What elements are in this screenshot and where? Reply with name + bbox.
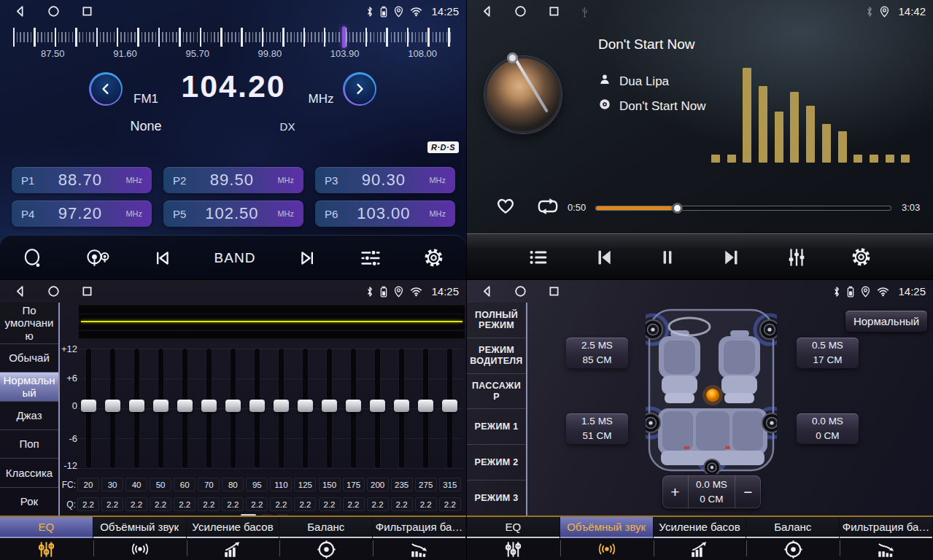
radio-preset-button-p2[interactable]: P289.50MHz: [163, 167, 303, 193]
tab-icon-area[interactable]: [746, 538, 840, 560]
radio-preset-button-p4[interactable]: P497.20MHz: [12, 201, 152, 227]
back-button[interactable]: [13, 4, 27, 18]
eq-slider-thumb[interactable]: [394, 400, 409, 412]
tab-label[interactable]: Баланс: [279, 517, 372, 538]
eq-slider-thumb[interactable]: [153, 400, 169, 412]
seek-bar-thumb[interactable]: [672, 203, 683, 214]
delay-decrease-button[interactable]: −: [735, 475, 761, 508]
tab-icon-area[interactable]: [560, 538, 654, 560]
tab-icon-area[interactable]: [93, 538, 187, 560]
tab-icon-area[interactable]: [279, 538, 373, 560]
tab-icon-area[interactable]: [187, 538, 280, 560]
tab-eq[interactable]: EQ: [467, 517, 560, 560]
tab-icon-area[interactable]: [840, 538, 933, 560]
seek-up-button[interactable]: [298, 248, 318, 268]
front-right-delay[interactable]: 0.5 MS 17 CM: [797, 338, 859, 368]
tab-label[interactable]: Объёмный звук: [560, 517, 653, 538]
eq-slider-thumb[interactable]: [274, 400, 289, 412]
eq-slider-thumb[interactable]: [201, 400, 217, 412]
eq-preset-7[interactable]: Рок: [0, 487, 58, 516]
eq-preset-4[interactable]: Джаз: [0, 401, 58, 429]
tab-label[interactable]: Фильтрация ба…: [840, 517, 932, 538]
tab-surround-sound[interactable]: Объёмный звук: [93, 517, 187, 560]
listening-mode-4[interactable]: РЕЖИМ 1: [467, 408, 526, 444]
recents-button[interactable]: [547, 4, 561, 18]
eq-preset-5[interactable]: Поп: [0, 429, 58, 458]
next-track-button[interactable]: [721, 246, 743, 268]
eq-preset-1[interactable]: По умолчанию: [0, 303, 58, 343]
eq-slider-thumb[interactable]: [105, 400, 120, 412]
auto-search-button[interactable]: [85, 247, 110, 269]
front-left-delay[interactable]: 2.5 MS 85 CM: [566, 338, 628, 368]
tab-eq[interactable]: EQ: [0, 517, 93, 560]
eq-slider-thumb[interactable]: [298, 400, 313, 412]
equalizer-button[interactable]: [360, 247, 382, 269]
back-button[interactable]: [480, 4, 494, 18]
radio-preset-button-p5[interactable]: P5102.50MHz: [163, 201, 303, 227]
settings-button[interactable]: [423, 247, 444, 268]
home-button[interactable]: [514, 4, 527, 18]
tab-icon-area[interactable]: [467, 538, 560, 560]
recents-button[interactable]: [80, 4, 94, 18]
listening-mode-5[interactable]: РЕЖИМ 2: [467, 444, 526, 480]
delay-increase-button[interactable]: +: [662, 475, 688, 508]
home-button[interactable]: [47, 284, 61, 298]
preset-scan-button[interactable]: [22, 247, 44, 269]
eq-slider-thumb[interactable]: [322, 400, 337, 412]
eq-slider-thumb[interactable]: [418, 400, 433, 412]
tuner-indicator[interactable]: [342, 26, 346, 48]
pause-button[interactable]: [658, 246, 677, 268]
tab-balance[interactable]: Баланс: [279, 517, 373, 560]
tab-label[interactable]: Объёмный звук: [93, 517, 186, 538]
tab-label[interactable]: EQ: [0, 517, 93, 538]
favorite-button[interactable]: [495, 195, 516, 218]
radio-preset-button-p6[interactable]: P6103.00MHz: [315, 201, 455, 227]
listening-mode-1[interactable]: ПОЛНЫЙ РЕЖИМ: [467, 303, 526, 338]
sound-profile-button[interactable]: Нормальный: [845, 310, 928, 332]
back-button[interactable]: [13, 284, 27, 298]
listening-mode-2[interactable]: РЕЖИМ ВОДИТЕЛЯ: [467, 338, 526, 373]
tuner-dial[interactable]: [13, 26, 453, 48]
tab-icon-area[interactable]: [373, 538, 466, 560]
tab-icon-area[interactable]: [654, 538, 747, 560]
previous-track-button[interactable]: [593, 246, 615, 268]
tab-bass-boost[interactable]: Усиление басов: [187, 517, 280, 560]
tab-band-filter[interactable]: Фильтрация ба…: [840, 517, 933, 560]
tab-label[interactable]: EQ: [467, 517, 560, 538]
tab-balance[interactable]: Баланс: [746, 517, 840, 560]
audio-mixer-button[interactable]: [786, 246, 808, 268]
eq-preset-6[interactable]: Классика: [0, 458, 58, 486]
eq-slider-thumb[interactable]: [346, 400, 361, 412]
radio-preset-button-p1[interactable]: P188.70MHz: [12, 167, 152, 193]
listening-mode-3[interactable]: ПАССАЖИР: [467, 373, 526, 409]
back-button[interactable]: [480, 284, 494, 298]
eq-slider-thumb[interactable]: [249, 400, 265, 412]
tab-label[interactable]: Усиление басов: [187, 517, 279, 538]
eq-slider-thumb[interactable]: [81, 400, 96, 412]
tab-bass-boost[interactable]: Усиление басов: [654, 517, 747, 560]
rear-left-delay[interactable]: 1.5 MS 51 CM: [566, 413, 628, 444]
tab-label[interactable]: Фильтрация ба…: [373, 517, 465, 538]
frequency-down-button[interactable]: [89, 72, 123, 106]
seek-bar[interactable]: [595, 206, 891, 211]
eq-slider-thumb[interactable]: [129, 400, 144, 412]
listening-mode-6[interactable]: РЕЖИМ 3: [467, 480, 526, 516]
tab-label[interactable]: Баланс: [746, 517, 839, 538]
recents-button[interactable]: [547, 284, 561, 298]
rear-right-delay[interactable]: 0.0 MS 0 CM: [797, 413, 859, 444]
repeat-button[interactable]: [535, 196, 560, 219]
tab-label[interactable]: Усиление басов: [654, 517, 746, 538]
recents-button[interactable]: [80, 284, 94, 298]
eq-slider-thumb[interactable]: [370, 400, 385, 412]
tab-band-filter[interactable]: Фильтрация ба…: [373, 517, 466, 560]
band-button[interactable]: BAND: [214, 250, 256, 266]
eq-slider-thumb[interactable]: [442, 400, 457, 412]
eq-preset-3[interactable]: Нормальный: [0, 372, 58, 401]
frequency-up-button[interactable]: [343, 72, 376, 106]
eq-slider-thumb[interactable]: [177, 400, 193, 412]
seek-down-button[interactable]: [152, 248, 172, 268]
eq-slider-thumb[interactable]: [225, 400, 241, 412]
eq-preset-2[interactable]: Обычай: [0, 343, 58, 372]
home-button[interactable]: [514, 284, 527, 298]
tab-icon-area[interactable]: [0, 538, 93, 560]
